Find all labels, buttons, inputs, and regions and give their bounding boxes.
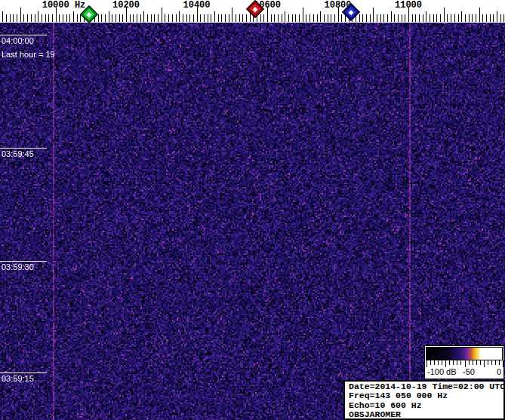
ruler-tick [274,14,275,22]
ruler-tick [412,14,413,22]
ruler-tick [59,14,60,22]
ruler-tick [105,14,106,22]
scale-tick [434,360,435,365]
ruler-tick [366,14,367,22]
ruler-tick [242,14,243,22]
scale-tick [484,360,485,367]
ruler-tick [391,11,392,22]
scale-tick [442,360,442,365]
ruler-tick [172,14,173,22]
ruler-tick [183,14,183,22]
scale-tick [465,360,466,367]
ruler-tick [500,14,501,22]
ruler-tick [137,14,137,22]
ruler-tick [20,8,21,22]
time-tick [0,35,47,35]
ruler-tick [324,14,325,22]
ruler-tick [303,8,303,22]
ruler-tick [69,14,70,22]
ruler-tick [119,14,120,22]
ruler-tick [317,14,318,22]
scale-tick [503,360,503,367]
scale-tick [445,360,446,367]
ruler-tick [246,14,247,22]
ruler-tick [232,8,232,22]
info-box: Date=2014-10-19 Time=02:00 UTC Freq=143 … [343,380,505,420]
ruler-tick [299,14,300,22]
ruler-tick [271,14,272,22]
ruler-tick [405,14,405,22]
ruler-tick [370,14,371,22]
ruler-tick [189,14,190,22]
scale-min-label: -100 dB [427,367,457,376]
ruler-tick [208,14,208,22]
ruler-tick [112,14,112,22]
ruler-tick [42,14,42,22]
ruler-tick [387,14,388,22]
ruler-tick [218,14,219,22]
color-scale-labels: -100 dB -50 0 [425,367,503,378]
ruler-tick [444,8,445,22]
ruler-tick [433,14,434,22]
ruler-tick [359,14,360,22]
ruler-tick [503,14,504,22]
ruler-tick [461,11,462,22]
ruler-tick [458,14,459,22]
ruler-tick [426,11,426,22]
ruler-tick [313,14,314,22]
ruler-tick [260,14,261,22]
scale-tick [499,360,500,365]
ruler-tick [328,14,328,22]
ruler-tick [31,14,32,22]
ruler-tick [140,14,141,22]
ruler-tick [373,8,374,22]
ruler-tick [35,14,35,22]
color-scale-gradient [426,347,503,360]
time-label: 04:00:00 [2,36,34,45]
ruler-tick [10,14,11,22]
ruler-tick [63,14,63,22]
scale-tick [488,360,488,365]
ruler-tick [143,11,144,22]
ruler-tick [214,11,215,22]
time-tick [0,148,47,149]
time-label: 03:59:30 [2,262,34,271]
ruler-tick [38,11,38,22]
ruler-tick [45,14,46,22]
ruler-tick [236,14,236,22]
scale-tick [476,360,477,365]
ruler-tick [168,14,169,22]
time-tick [0,261,47,262]
ruler-tick [380,14,381,22]
ruler-tick [133,14,134,22]
ruler-tick [278,14,279,22]
ruler-tick [263,14,264,22]
ruler-tick [154,14,155,22]
color-scale: -100 dB -50 0 [424,345,504,379]
info-line-freq: Freq=143 050 000 Hz [349,391,503,400]
ruler-tick [454,14,455,22]
ruler-tick [200,14,201,22]
time-label: 03:59:45 [2,149,34,158]
info-line-observer: OBSJAROMER [349,410,503,419]
ruler-tick [341,14,342,22]
scale-tick [430,360,431,365]
scale-tick [438,360,439,365]
scale-tick [473,360,473,365]
ruler-tick [469,14,470,22]
ruler-tick [165,14,165,22]
ruler-tick [440,14,441,22]
ruler-tick [285,11,285,22]
ruler-tick [115,14,116,22]
ruler-tick [451,14,451,22]
ruler-tick [306,14,306,22]
scale-tick [495,360,496,365]
ruler-tick [295,14,296,22]
ruler-tick [229,14,229,22]
ruler-tick [383,14,384,22]
ruler-label: 10200 [112,0,140,11]
ruler-tick [130,14,131,22]
ruler-tick [362,14,363,22]
scale-mid-label: -50 [463,367,475,376]
ruler-tick [48,14,49,22]
